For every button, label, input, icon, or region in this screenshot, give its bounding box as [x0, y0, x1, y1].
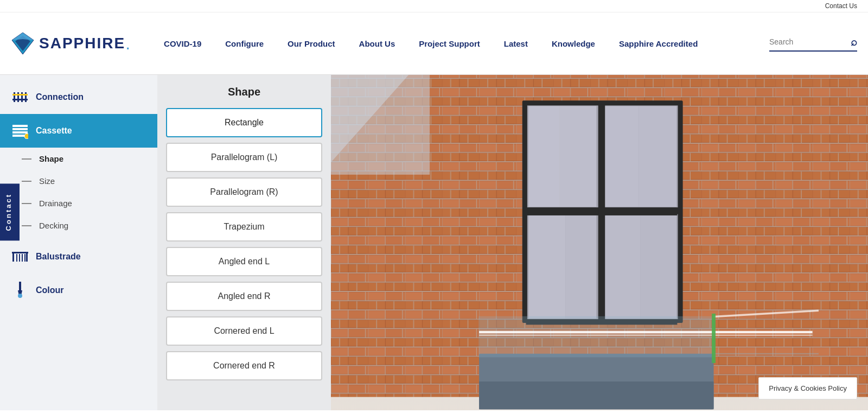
sidebar-subitem-drainage[interactable]: Drainage [0, 192, 157, 214]
sidebar-item-connection-label: Connection [36, 92, 84, 102]
shape-panel-title: Shape [166, 86, 322, 98]
sidebar-item-balustrade[interactable]: Balustrade [0, 240, 157, 274]
svg-rect-49 [565, 215, 596, 319]
sidebar-item-colour-label: Colour [36, 285, 64, 295]
svg-rect-16 [19, 254, 20, 262]
nav-latest[interactable]: Latest [492, 12, 540, 75]
svg-rect-11 [12, 131, 28, 134]
svg-rect-42 [528, 106, 559, 207]
sidebar-subitem-shape-label: Shape [39, 154, 63, 163]
svg-rect-18 [24, 254, 25, 262]
privacy-banner[interactable]: Privacy & Cookies Policy [758, 377, 857, 399]
drainage-dash [22, 203, 31, 204]
nav-knowledge[interactable]: Knowledge [540, 12, 607, 75]
svg-point-13 [24, 134, 28, 139]
nav-covid19[interactable]: COVID-19 [152, 12, 213, 75]
svg-rect-56 [479, 382, 713, 409]
sidebar-item-colour[interactable]: Colour [0, 274, 157, 307]
svg-rect-21 [19, 282, 21, 290]
cassette-icon [11, 122, 29, 140]
shape-btn-angled-end-l[interactable]: Angled end L [166, 247, 322, 276]
preview-scene [331, 75, 868, 410]
shape-btn-rectangle[interactable]: Rectangle [166, 108, 322, 137]
svg-rect-3 [14, 92, 15, 102]
sidebar-item-connection[interactable]: Connection [0, 80, 157, 114]
main-nav: COVID-19 Configure Our Product About Us … [152, 12, 769, 75]
sidebar-subitem-shape[interactable]: Shape [0, 148, 157, 170]
svg-rect-48 [528, 215, 565, 319]
connection-icon [11, 88, 29, 106]
sidebar-subitem-size[interactable]: Size [0, 170, 157, 192]
nav-about-us[interactable]: About Us [347, 12, 407, 75]
sidebar-item-cassette[interactable]: Cassette [0, 114, 157, 148]
svg-rect-4 [17, 92, 19, 102]
preview-area: Privacy & Cookies Policy [331, 75, 868, 410]
shape-btn-angled-end-r[interactable]: Angled end R [166, 282, 322, 311]
balustrade-icon [11, 247, 29, 266]
shape-dash [22, 158, 31, 160]
colour-icon [11, 281, 29, 300]
contact-tab[interactable]: Contact [0, 183, 20, 240]
contact-us-link[interactable]: Contact Us [825, 2, 857, 10]
shape-panel: Shape Rectangle Parallelogram (L) Parall… [157, 75, 331, 410]
sidebar-subitem-size-label: Size [39, 176, 55, 186]
header: SAPPHIRE. COVID-19 Configure Our Product… [0, 12, 868, 75]
sidebar-subitem-decking-label: Decking [39, 221, 68, 230]
svg-rect-17 [22, 254, 23, 262]
svg-rect-8 [12, 99, 28, 100]
size-dash [22, 181, 31, 182]
shape-btn-trapezium[interactable]: Trapezium [166, 212, 322, 242]
svg-rect-51 [640, 215, 676, 319]
main-content: Contact Connection [0, 75, 868, 410]
nav-our-product[interactable]: Our Product [276, 12, 347, 75]
sidebar-item-balustrade-label: Balustrade [36, 252, 81, 262]
svg-rect-53 [599, 104, 605, 320]
svg-rect-7 [12, 94, 28, 96]
svg-rect-15 [16, 254, 17, 262]
svg-rect-57 [479, 317, 713, 357]
shape-btn-parallelogram-l[interactable]: Parallelogram (L) [166, 143, 322, 172]
svg-rect-20 [12, 252, 28, 253]
shape-btn-cornered-end-l[interactable]: Cornered end L [166, 316, 322, 346]
svg-rect-62 [712, 314, 716, 363]
svg-rect-43 [559, 106, 596, 207]
svg-point-23 [18, 294, 22, 298]
nav-configure[interactable]: Configure [213, 12, 276, 75]
svg-rect-6 [25, 92, 27, 102]
nav-sapphire-accredited[interactable]: Sapphire Accredited [607, 12, 710, 75]
svg-rect-44 [604, 106, 639, 207]
search-input[interactable] [769, 37, 851, 46]
sidebar-subitem-decking[interactable]: Decking [0, 214, 157, 237]
shape-btn-parallelogram-r[interactable]: Parallelogram (R) [166, 177, 322, 207]
logo-dot: . [125, 34, 130, 54]
sidebar: Connection Cassette Shape Size [0, 75, 157, 410]
nav-project-support[interactable]: Project Support [407, 12, 492, 75]
shape-btn-cornered-end-r[interactable]: Cornered end R [166, 351, 322, 380]
search-area: ⌕ [769, 36, 857, 52]
logo-text: SAPPHIRE [39, 35, 125, 52]
svg-rect-9 [12, 125, 28, 127]
svg-rect-10 [12, 128, 28, 130]
svg-marker-2 [12, 33, 34, 40]
sidebar-item-cassette-label: Cassette [36, 126, 72, 136]
svg-rect-50 [604, 215, 640, 319]
logo[interactable]: SAPPHIRE. [11, 31, 130, 55]
logo-diamond-icon [11, 31, 35, 55]
decking-dash [22, 225, 31, 226]
top-bar: Contact Us [0, 0, 868, 12]
svg-rect-45 [639, 106, 677, 207]
search-icon[interactable]: ⌕ [851, 36, 857, 48]
sidebar-subitem-drainage-label: Drainage [39, 199, 72, 208]
svg-rect-5 [21, 92, 23, 102]
